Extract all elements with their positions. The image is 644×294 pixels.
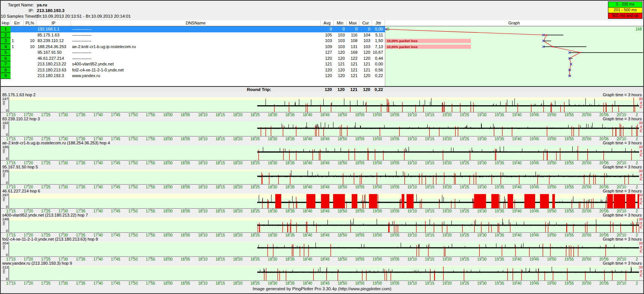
time-tick-mark (604, 233, 605, 234)
time-tick-mark (342, 161, 343, 162)
time-tick-mark (255, 281, 255, 282)
avg-ms: 127 (321, 50, 334, 56)
time-tick-mark (377, 233, 378, 234)
graph-time-note: Graph time = 3 hours (603, 141, 642, 145)
time-tick-mark (273, 209, 273, 210)
time-tick-label-clipped: 2 (636, 113, 638, 117)
timeline-graph-hop-2: 85.175.1.63 hop 2Graph time = 3 hours247… (1, 92, 643, 117)
time-tick-mark (534, 233, 535, 234)
time-tick-mark (168, 209, 168, 210)
dns-name: s400-vlan952.yndx.net (71, 61, 321, 67)
y-max-label: 297 (2, 193, 8, 197)
time-tick-mark (186, 281, 186, 282)
time-tick-mark (98, 185, 98, 186)
time-tick-mark (168, 233, 168, 234)
time-tick-mark (255, 112, 255, 114)
time-tick-mark (28, 161, 29, 162)
time-tick-mark (133, 233, 133, 234)
time-tick-mark (151, 136, 151, 138)
ms-unit-label: ms (2, 269, 6, 273)
time-tick-mark (517, 209, 517, 210)
time-tick-mark (220, 257, 220, 258)
avg-ms: 109 (321, 44, 334, 50)
time-tick-mark (98, 136, 98, 138)
err-value: 1 (11, 44, 24, 50)
ip-address: 46.61.227.214 (36, 56, 71, 62)
max-ms: 0 (347, 26, 359, 32)
timeline-graph-hop-9: www.yandex.ru (213.180.193.3) hop 9Graph… (1, 261, 643, 285)
time-tick-mark (151, 112, 151, 114)
time-tick-mark (186, 185, 186, 186)
pl-max-label: 30 (639, 121, 643, 125)
time-tick-mark (604, 281, 605, 282)
time-tick-mark (465, 209, 465, 210)
packet-loss-percent: 10 (24, 38, 36, 44)
time-tick-mark (273, 233, 273, 234)
time-tick-mark (151, 209, 151, 210)
dns-name: fol2-c4-xe-11-2-1-0.yndx.net (71, 67, 321, 73)
y-axis-labels: 225ms0 (1, 170, 9, 184)
time-tick-mark (499, 161, 500, 162)
time-tick-mark (81, 257, 81, 258)
time-tick-mark (621, 136, 622, 138)
jitter-ms: 0,56 (372, 67, 385, 73)
timeline-plot-row: 212ms030PL% (1, 266, 643, 280)
pl-unit-label: PL% (639, 150, 643, 156)
svg-text:168: 168 (635, 27, 642, 31)
time-tick-mark (465, 257, 465, 258)
time-tick-mark (587, 161, 587, 162)
time-tick-mark (342, 233, 343, 234)
time-tick-mark (168, 281, 168, 282)
time-tick-mark (604, 136, 605, 138)
time-tick-mark (447, 209, 447, 210)
latency-timeline-canvas (9, 145, 639, 160)
time-tick-mark (116, 257, 116, 258)
max-ms: 121 (347, 67, 359, 73)
time-tick-mark (499, 185, 500, 186)
time-tick-mark (517, 136, 517, 138)
hop-number: 9 (1, 73, 11, 79)
ip-address: 213.180.213.63 (36, 67, 71, 73)
column-header-jttr: Jttr (372, 20, 385, 26)
time-tick-mark (11, 185, 11, 186)
time-tick-mark (46, 136, 46, 138)
jitter-ms: 0,22 (372, 73, 385, 79)
round-trip-jttr: 0,22 (372, 87, 385, 93)
time-tick-mark (604, 257, 605, 258)
time-tick-mark (360, 136, 360, 138)
time-tick-mark (360, 281, 360, 282)
pl-axis-labels: 30PL% (639, 266, 643, 280)
jitter-ms: 1,50 (372, 38, 385, 44)
y-max-label: 247 (2, 97, 8, 101)
time-tick-mark (255, 209, 255, 210)
ip-address: 192.168.1.1 (36, 26, 71, 32)
graph-time-note: Graph time = 3 hours (603, 92, 642, 97)
time-tick-mark (28, 185, 29, 186)
time-tick-mark (63, 136, 63, 138)
err-value (11, 26, 24, 32)
time-tick-mark (534, 112, 535, 114)
timeline-title-band: 95.167.91.50 hop 5Graph time = 3 hours (1, 165, 643, 170)
time-tick-mark (534, 136, 535, 138)
time-tick-mark (98, 281, 98, 282)
time-tick-mark (465, 136, 465, 138)
time-tick-mark (28, 112, 29, 114)
time-tick-mark (46, 185, 46, 186)
generator-footer: Image generated by PingPlotter Pro 3.30.… (1, 285, 643, 293)
timeline-title-band: 85.175.1.63 hop 2Graph time = 3 hours (1, 92, 643, 97)
err-value (11, 61, 24, 67)
time-tick-mark (534, 281, 535, 282)
max-ms: 108 (347, 38, 359, 44)
dns-name: ae-2.krdr-cr1-b.ug.ip.rostelecom.ru (71, 44, 321, 50)
dns-name: -------------- (71, 56, 321, 62)
time-tick-mark (430, 136, 430, 138)
packet-loss-percent (24, 56, 36, 62)
time-tick-mark (377, 209, 378, 210)
jitter-ms: 0,44 (372, 56, 385, 62)
time-tick-mark (587, 185, 587, 186)
time-tick-mark (238, 112, 238, 114)
time-tick-mark (552, 136, 552, 138)
time-tick-mark (621, 233, 622, 234)
time-tick-mark (273, 185, 273, 186)
timeline-graph-hop-7: s400-vlan952.yndx.net (213.180.213.22) h… (1, 213, 643, 237)
